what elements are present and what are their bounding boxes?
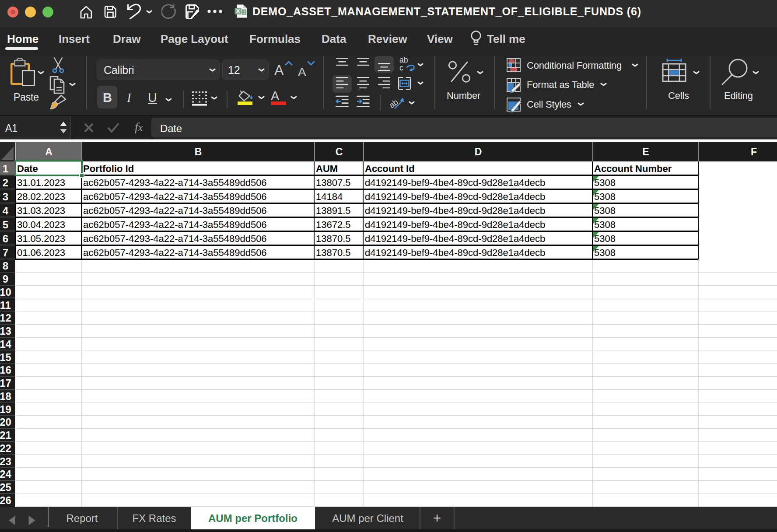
svg-text:X: X (236, 8, 240, 14)
svg-text:c: c (399, 63, 403, 72)
